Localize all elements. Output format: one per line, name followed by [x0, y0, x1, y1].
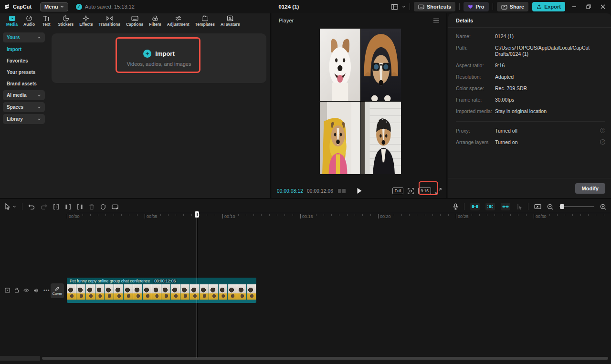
timeline-ruler[interactable]: 00:0000:0500:1000:1500:2000:2500:30 [67, 213, 611, 220]
sidebar-item-brand-assets[interactable]: Brand assets [3, 79, 45, 88]
divider [528, 203, 528, 210]
export-label: Export [544, 4, 561, 10]
sidebar-item-import[interactable]: Import [3, 44, 45, 54]
zoom-in-icon[interactable] [600, 204, 606, 210]
detail-row-name: Name: 0124 (1) [456, 33, 605, 40]
tab-label: Audio [23, 22, 35, 27]
capcut-logo-icon [4, 3, 11, 10]
tab-transitions[interactable]: Transitions [96, 14, 123, 28]
microphone-icon[interactable] [453, 203, 458, 210]
preview-axis-icon[interactable] [516, 203, 522, 210]
select-tool-icon[interactable] [5, 203, 11, 210]
close-button[interactable] [598, 1, 608, 12]
text-edit-icon[interactable] [112, 204, 118, 210]
restore-button[interactable] [583, 1, 594, 12]
shortcuts-button[interactable]: Shortcuts [414, 2, 455, 11]
redo-icon[interactable] [41, 204, 47, 209]
tab-media[interactable]: Media [4, 14, 20, 28]
hide-track-icon[interactable] [23, 288, 29, 292]
sidebar-item-spaces[interactable]: Spaces [3, 102, 45, 112]
mute-track-icon[interactable] [33, 288, 39, 293]
track-frame-icon[interactable] [5, 288, 10, 293]
tab-ai-avatars[interactable]: AI avatars [218, 14, 242, 28]
ruler-label: 00:20 [378, 214, 391, 219]
clip-thumbnail [152, 284, 162, 300]
divider [464, 203, 464, 210]
detail-label: Frame rate: [456, 97, 495, 103]
split-icon[interactable] [53, 204, 59, 210]
details-title: Details [456, 18, 473, 23]
delete-left-icon[interactable] [65, 204, 71, 210]
frame-view-icon[interactable] [338, 189, 346, 193]
layout-chevron-icon[interactable] [402, 5, 406, 9]
tab-templates[interactable]: Templates [193, 14, 217, 28]
modify-button[interactable]: Modify [575, 183, 605, 194]
clip-thumbnail [105, 284, 114, 300]
tab-stickers[interactable]: Stickers [55, 14, 76, 28]
tab-captions[interactable]: Captions [124, 14, 146, 28]
video-clip[interactable]: Pet funny copy online group chat confere… [67, 278, 256, 303]
timeline-zoom-slider[interactable] [559, 206, 594, 207]
panel-menu-icon[interactable] [433, 18, 440, 23]
sidebar-item-your-presets[interactable]: Your presets [3, 67, 45, 77]
sidebar-item-favorites[interactable]: Favorites [3, 56, 45, 65]
fullscreen-icon[interactable] [435, 188, 442, 194]
chevron-up-icon [37, 36, 41, 40]
undo-icon[interactable] [28, 204, 35, 209]
full-quality-button[interactable]: Full [392, 187, 404, 194]
delete-right-icon[interactable] [77, 204, 83, 210]
select-tool-chevron-icon[interactable] [12, 205, 16, 208]
pro-button[interactable]: Pro [464, 2, 488, 11]
delete-icon[interactable] [89, 204, 95, 210]
detail-row-imported-media: Imported media: Stay in original locatio… [456, 108, 605, 114]
timeline-toolbar-right [453, 203, 606, 210]
zoom-slider-handle[interactable] [560, 204, 564, 209]
share-button[interactable]: Share [497, 2, 529, 11]
sidebar-item-yours[interactable]: Yours [3, 32, 45, 42]
info-icon[interactable]: ? [600, 128, 605, 133]
sidebar-item-ai-media[interactable]: AI media [3, 90, 45, 100]
playhead-line [197, 217, 198, 358]
video-preview[interactable] [320, 29, 401, 174]
info-icon[interactable]: ? [600, 139, 605, 145]
cover-button[interactable]: Cover [51, 283, 64, 298]
auto-snapping-toggle[interactable] [485, 203, 495, 210]
more-options-icon[interactable]: ••• [43, 288, 50, 293]
tab-filters[interactable]: Filters [147, 14, 164, 28]
horizontal-scrollbar[interactable] [42, 357, 608, 360]
main-track-magnet-toggle[interactable] [470, 203, 480, 210]
linking-toggle[interactable] [501, 203, 510, 210]
detail-row-aspect-ratio: Aspect ratio: 9:16 [456, 62, 605, 69]
menu-label: Menu [44, 4, 58, 10]
layout-panels-icon[interactable] [391, 4, 398, 10]
tab-effects[interactable]: Effects [77, 14, 95, 28]
zoom-out-icon[interactable] [547, 204, 553, 210]
cover-label: Cover [52, 291, 62, 296]
tab-label: Adjustment [167, 22, 190, 27]
aspect-ratio-button[interactable]: 9:16 [418, 187, 431, 194]
lock-track-icon[interactable] [14, 288, 19, 293]
minimize-button[interactable] [569, 1, 579, 12]
sidebar-label: Spaces [7, 104, 23, 110]
clip-thumbnail [114, 284, 124, 300]
divider [493, 3, 493, 10]
snapshot-icon[interactable] [408, 188, 414, 194]
media-tabs: Media Audio Text Stickers Effects Transi… [0, 13, 270, 29]
detail-label: Path: [456, 45, 495, 51]
mask-icon[interactable] [100, 204, 106, 210]
play-button[interactable] [357, 188, 361, 194]
tab-audio[interactable]: Audio [21, 14, 37, 28]
render-preview-icon[interactable] [534, 204, 541, 209]
menu-button[interactable]: Menu [40, 2, 68, 11]
import-dropzone[interactable]: + Import Videos, audios, and images [52, 33, 266, 83]
tab-adjustment[interactable]: Adjustment [165, 14, 192, 28]
import-title: Import [155, 50, 174, 57]
chevron-down-icon [37, 105, 41, 109]
playhead[interactable] [195, 211, 199, 358]
pencil-icon [55, 286, 60, 291]
export-button[interactable]: Export [532, 2, 565, 11]
tab-text[interactable]: Text [38, 14, 54, 28]
sidebar-item-library[interactable]: Library [3, 114, 45, 124]
preview-photo-hooded-dog [361, 29, 401, 101]
detail-value: Turned off [495, 128, 600, 134]
